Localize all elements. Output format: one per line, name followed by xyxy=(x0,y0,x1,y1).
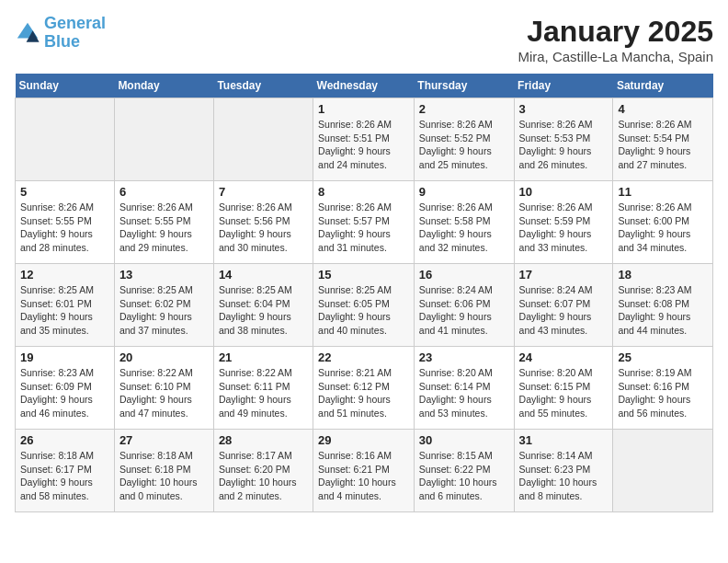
day-info: Sunrise: 8:23 AM Sunset: 6:09 PM Dayligh… xyxy=(20,366,109,420)
day-number: 7 xyxy=(219,185,308,199)
day-cell: 20Sunrise: 8:22 AM Sunset: 6:10 PM Dayli… xyxy=(114,347,213,430)
day-info: Sunrise: 8:20 AM Sunset: 6:15 PM Dayligh… xyxy=(519,366,609,420)
day-number: 10 xyxy=(519,185,609,199)
day-info: Sunrise: 8:26 AM Sunset: 5:55 PM Dayligh… xyxy=(20,201,109,255)
day-info: Sunrise: 8:25 AM Sunset: 6:05 PM Dayligh… xyxy=(318,283,409,338)
day-info: Sunrise: 8:22 AM Sunset: 6:10 PM Dayligh… xyxy=(119,366,209,420)
day-number: 8 xyxy=(318,185,409,199)
day-cell: 23Sunrise: 8:20 AM Sunset: 6:14 PM Dayli… xyxy=(414,347,514,430)
day-info: Sunrise: 8:26 AM Sunset: 5:51 PM Dayligh… xyxy=(318,118,409,172)
day-number: 4 xyxy=(618,102,708,116)
week-row-1: 1Sunrise: 8:26 AM Sunset: 5:51 PM Daylig… xyxy=(16,98,713,181)
day-number: 3 xyxy=(519,102,609,116)
day-cell: 14Sunrise: 8:25 AM Sunset: 6:04 PM Dayli… xyxy=(213,264,313,347)
day-info: Sunrise: 8:18 AM Sunset: 6:18 PM Dayligh… xyxy=(119,449,209,503)
day-info: Sunrise: 8:26 AM Sunset: 5:54 PM Dayligh… xyxy=(618,118,708,172)
day-number: 14 xyxy=(219,268,308,282)
day-cell: 19Sunrise: 8:23 AM Sunset: 6:09 PM Dayli… xyxy=(16,347,115,430)
day-cell: 11Sunrise: 8:26 AM Sunset: 6:00 PM Dayli… xyxy=(613,181,713,264)
column-header-tuesday: Tuesday xyxy=(213,74,313,98)
day-number: 15 xyxy=(318,268,409,282)
day-info: Sunrise: 8:19 AM Sunset: 6:16 PM Dayligh… xyxy=(618,366,708,420)
logo-icon xyxy=(15,20,40,46)
day-cell: 18Sunrise: 8:23 AM Sunset: 6:08 PM Dayli… xyxy=(613,264,713,347)
day-number: 23 xyxy=(419,350,509,364)
day-number: 28 xyxy=(219,433,308,447)
day-cell: 9Sunrise: 8:26 AM Sunset: 5:58 PM Daylig… xyxy=(414,181,514,264)
day-info: Sunrise: 8:25 AM Sunset: 6:02 PM Dayligh… xyxy=(119,283,209,338)
column-header-monday: Monday xyxy=(114,74,213,98)
day-number: 22 xyxy=(318,350,409,364)
day-cell xyxy=(114,98,213,181)
day-info: Sunrise: 8:16 AM Sunset: 6:21 PM Dayligh… xyxy=(318,449,409,503)
week-row-5: 26Sunrise: 8:18 AM Sunset: 6:17 PM Dayli… xyxy=(16,430,713,512)
logo: General Blue xyxy=(15,15,106,52)
page-header: General Blue January 2025 Mira, Castille… xyxy=(15,15,713,64)
day-cell: 15Sunrise: 8:25 AM Sunset: 6:05 PM Dayli… xyxy=(313,264,415,347)
day-info: Sunrise: 8:26 AM Sunset: 5:57 PM Dayligh… xyxy=(318,201,409,255)
day-number: 6 xyxy=(119,185,209,199)
day-cell: 13Sunrise: 8:25 AM Sunset: 6:02 PM Dayli… xyxy=(114,264,213,347)
calendar-table: SundayMondayTuesdayWednesdayThursdayFrid… xyxy=(15,74,713,512)
day-info: Sunrise: 8:15 AM Sunset: 6:22 PM Dayligh… xyxy=(419,449,509,503)
day-cell: 31Sunrise: 8:14 AM Sunset: 6:23 PM Dayli… xyxy=(514,430,613,512)
day-number: 26 xyxy=(20,433,109,447)
week-row-2: 5Sunrise: 8:26 AM Sunset: 5:55 PM Daylig… xyxy=(16,181,713,264)
day-cell: 5Sunrise: 8:26 AM Sunset: 5:55 PM Daylig… xyxy=(16,181,115,264)
day-cell xyxy=(613,430,713,512)
week-row-4: 19Sunrise: 8:23 AM Sunset: 6:09 PM Dayli… xyxy=(16,347,713,430)
day-number: 16 xyxy=(419,268,509,282)
day-number: 2 xyxy=(419,102,509,116)
day-cell xyxy=(16,98,115,181)
day-cell: 28Sunrise: 8:17 AM Sunset: 6:20 PM Dayli… xyxy=(213,430,313,512)
day-cell: 29Sunrise: 8:16 AM Sunset: 6:21 PM Dayli… xyxy=(313,430,415,512)
column-header-thursday: Thursday xyxy=(414,74,514,98)
day-cell: 17Sunrise: 8:24 AM Sunset: 6:07 PM Dayli… xyxy=(514,264,613,347)
day-number: 27 xyxy=(119,433,209,447)
day-cell: 25Sunrise: 8:19 AM Sunset: 6:16 PM Dayli… xyxy=(613,347,713,430)
day-info: Sunrise: 8:25 AM Sunset: 6:01 PM Dayligh… xyxy=(20,283,109,338)
column-header-saturday: Saturday xyxy=(613,74,713,98)
day-number: 5 xyxy=(20,185,109,199)
day-number: 20 xyxy=(119,350,209,364)
day-cell: 24Sunrise: 8:20 AM Sunset: 6:15 PM Dayli… xyxy=(514,347,613,430)
day-info: Sunrise: 8:21 AM Sunset: 6:12 PM Dayligh… xyxy=(318,366,409,420)
day-info: Sunrise: 8:26 AM Sunset: 5:58 PM Dayligh… xyxy=(419,201,509,255)
day-number: 13 xyxy=(119,268,209,282)
day-info: Sunrise: 8:26 AM Sunset: 5:53 PM Dayligh… xyxy=(519,118,609,172)
day-cell: 22Sunrise: 8:21 AM Sunset: 6:12 PM Dayli… xyxy=(313,347,415,430)
day-number: 17 xyxy=(519,268,609,282)
day-cell: 12Sunrise: 8:25 AM Sunset: 6:01 PM Dayli… xyxy=(16,264,115,347)
day-number: 30 xyxy=(419,433,509,447)
week-row-3: 12Sunrise: 8:25 AM Sunset: 6:01 PM Dayli… xyxy=(16,264,713,347)
day-number: 19 xyxy=(20,350,109,364)
calendar-title: January 2025 xyxy=(518,15,713,49)
day-info: Sunrise: 8:18 AM Sunset: 6:17 PM Dayligh… xyxy=(20,449,109,503)
calendar-subtitle: Mira, Castille-La Mancha, Spain xyxy=(518,49,713,64)
day-number: 1 xyxy=(318,102,409,116)
day-info: Sunrise: 8:24 AM Sunset: 6:06 PM Dayligh… xyxy=(419,283,509,338)
day-number: 21 xyxy=(219,350,308,364)
day-cell: 27Sunrise: 8:18 AM Sunset: 6:18 PM Dayli… xyxy=(114,430,213,512)
day-number: 18 xyxy=(618,268,708,282)
day-info: Sunrise: 8:23 AM Sunset: 6:08 PM Dayligh… xyxy=(618,283,708,338)
day-info: Sunrise: 8:17 AM Sunset: 6:20 PM Dayligh… xyxy=(219,449,308,503)
logo-text: General Blue xyxy=(44,15,106,52)
day-info: Sunrise: 8:22 AM Sunset: 6:11 PM Dayligh… xyxy=(219,366,308,420)
day-info: Sunrise: 8:25 AM Sunset: 6:04 PM Dayligh… xyxy=(219,283,308,338)
day-info: Sunrise: 8:26 AM Sunset: 5:55 PM Dayligh… xyxy=(119,201,209,255)
day-number: 24 xyxy=(519,350,609,364)
day-info: Sunrise: 8:24 AM Sunset: 6:07 PM Dayligh… xyxy=(519,283,609,338)
calendar-header-row: SundayMondayTuesdayWednesdayThursdayFrid… xyxy=(16,74,713,98)
day-cell xyxy=(213,98,313,181)
day-cell: 10Sunrise: 8:26 AM Sunset: 5:59 PM Dayli… xyxy=(514,181,613,264)
day-cell: 8Sunrise: 8:26 AM Sunset: 5:57 PM Daylig… xyxy=(313,181,415,264)
column-header-friday: Friday xyxy=(514,74,613,98)
day-info: Sunrise: 8:26 AM Sunset: 5:56 PM Dayligh… xyxy=(219,201,308,255)
day-number: 29 xyxy=(318,433,409,447)
day-number: 31 xyxy=(519,433,609,447)
day-info: Sunrise: 8:26 AM Sunset: 5:52 PM Dayligh… xyxy=(419,118,509,172)
calendar-body: 1Sunrise: 8:26 AM Sunset: 5:51 PM Daylig… xyxy=(16,98,713,512)
day-cell: 16Sunrise: 8:24 AM Sunset: 6:06 PM Dayli… xyxy=(414,264,514,347)
day-cell: 21Sunrise: 8:22 AM Sunset: 6:11 PM Dayli… xyxy=(213,347,313,430)
